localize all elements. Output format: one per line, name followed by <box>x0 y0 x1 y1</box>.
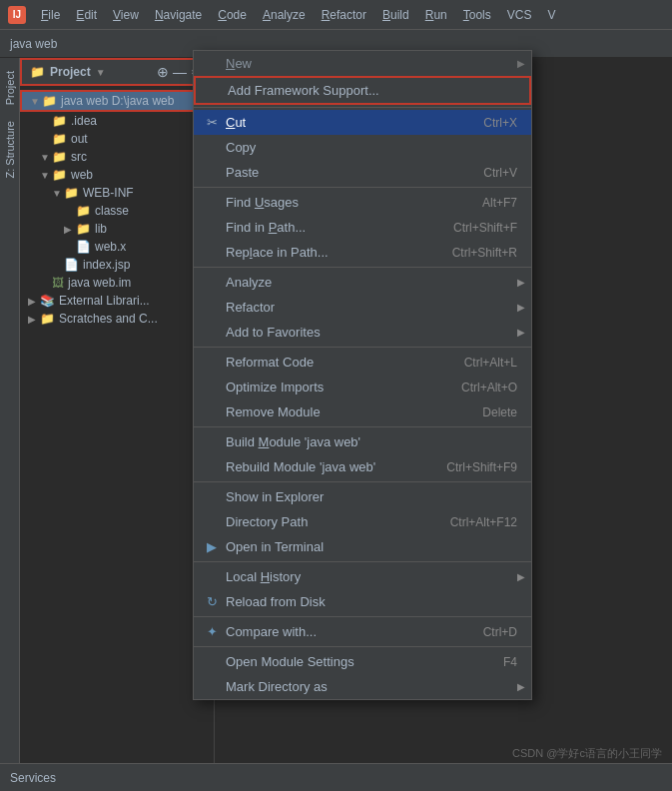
ctx-label: Reformat Code <box>226 355 314 370</box>
ctx-item-terminal[interactable]: ▶ Open in Terminal <box>194 534 531 559</box>
services-label[interactable]: Services <box>10 771 56 785</box>
ctx-item-left: Show in Explorer <box>204 489 324 504</box>
ctx-item-module-settings[interactable]: Open Module Settings F4 <box>194 649 531 674</box>
ctx-item-analyze[interactable]: Analyze <box>194 270 531 295</box>
minus-icon[interactable]: — <box>173 64 187 80</box>
ctx-item-cut[interactable]: ✂ Cut Ctrl+X <box>194 110 531 135</box>
ctx-item-new[interactable]: New <box>194 51 531 76</box>
ctx-item-replace-path[interactable]: Replace in Path... Ctrl+Shift+R <box>194 240 531 265</box>
sync-icon[interactable]: ⊕ <box>157 64 169 80</box>
folder-icon: 📁 <box>52 114 67 128</box>
ctx-item-left: ✂ Cut <box>204 115 246 130</box>
sidebar-tab-structure[interactable]: Z: Structure <box>2 113 18 186</box>
ctx-item-left: New <box>204 56 252 71</box>
ctx-label: Directory Path <box>226 514 308 529</box>
ctx-separator-6 <box>194 481 531 482</box>
ctx-item-refactor[interactable]: Refactor <box>194 295 531 320</box>
tree-item-webinf[interactable]: ▼ 📁 WEB-INF <box>20 184 214 202</box>
tree-item-root[interactable]: ▼ 📁 java web D:\java web <box>20 90 214 112</box>
ctx-shortcut: Ctrl+Alt+L <box>464 356 517 370</box>
ctx-item-left: Add to Favorites <box>204 325 321 340</box>
ctx-item-build-module[interactable]: Build Module 'java web' <box>194 429 531 454</box>
ctx-item-reload[interactable]: ↻ Reload from Disk <box>194 589 531 614</box>
left-sidebar-tabs: Project Z: Structure <box>0 58 20 763</box>
menu-navigate[interactable]: Navigate <box>148 5 209 25</box>
menu-analyze[interactable]: Analyze <box>256 5 313 25</box>
ctx-label: Build Module 'java web' <box>226 434 360 449</box>
menu-file[interactable]: File <box>34 5 67 25</box>
ctx-item-find-path[interactable]: Find in Path... Ctrl+Shift+F <box>194 215 531 240</box>
tree-item-indexjsp[interactable]: 📄 index.jsp <box>20 256 214 274</box>
ctx-item-left: Replace in Path... <box>204 245 329 260</box>
tree-item-out[interactable]: 📁 out <box>20 130 214 148</box>
reload-icon: ↻ <box>204 594 220 609</box>
ctx-item-rebuild-module[interactable]: Rebuild Module 'java web' Ctrl+Shift+F9 <box>194 454 531 479</box>
context-menu: New Add Framework Support... ✂ Cut Ctrl+… <box>193 50 532 700</box>
ctx-item-left: Mark Directory as <box>204 679 328 694</box>
ctx-item-compare[interactable]: ✦ Compare with... Ctrl+D <box>194 619 531 644</box>
ctx-item-remove-module[interactable]: Remove Module Delete <box>194 399 531 424</box>
ctx-item-show-explorer[interactable]: Show in Explorer <box>194 484 531 509</box>
xml-icon: 📄 <box>76 240 91 254</box>
cut-icon: ✂ <box>204 115 220 130</box>
tree-label: src <box>71 150 87 164</box>
ctx-item-mark-dir[interactable]: Mark Directory as <box>194 674 531 699</box>
tree-item-extlibs[interactable]: ▶ 📚 External Librari... <box>20 292 214 310</box>
menu-build[interactable]: Build <box>375 5 416 25</box>
tree-item-webxml[interactable]: 📄 web.x <box>20 238 214 256</box>
menu-v[interactable]: V <box>540 5 562 25</box>
ctx-item-local-history[interactable]: Local History <box>194 564 531 589</box>
ctx-item-left: Find Usages <box>204 195 299 210</box>
ctx-label: Find Usages <box>226 195 299 210</box>
ctx-item-paste[interactable]: Paste Ctrl+V <box>194 160 531 185</box>
tree-item-img[interactable]: 🖼 java web.im <box>20 274 214 292</box>
ctx-label: Cut <box>226 115 246 130</box>
ctx-separator-5 <box>194 426 531 427</box>
ctx-label: Reload from Disk <box>226 594 326 609</box>
ctx-item-copy[interactable]: Copy <box>194 135 531 160</box>
tree-arrow: ▼ <box>52 188 64 199</box>
ctx-item-add-framework[interactable]: Add Framework Support... <box>194 76 531 105</box>
ctx-item-dir-path[interactable]: Directory Path Ctrl+Alt+F12 <box>194 509 531 534</box>
menu-vcs[interactable]: VCS <box>500 5 539 25</box>
ctx-item-find-usages[interactable]: Find Usages Alt+F7 <box>194 190 531 215</box>
tree-arrow: ▼ <box>30 96 42 107</box>
ctx-item-reformat[interactable]: Reformat Code Ctrl+Alt+L <box>194 350 531 375</box>
ctx-label: Optimize Imports <box>226 380 324 395</box>
ctx-item-left: Find in Path... <box>204 220 306 235</box>
menu-tools[interactable]: Tools <box>456 5 498 25</box>
ctx-separator-8 <box>194 616 531 617</box>
tree-item-idea[interactable]: 📁 .idea <box>20 112 214 130</box>
menu-refactor[interactable]: Refactor <box>315 5 373 25</box>
ctx-item-left: Build Module 'java web' <box>204 434 360 449</box>
ctx-label: Local History <box>226 569 301 584</box>
folder-icon: 📁 <box>64 186 79 200</box>
tree-item-classes[interactable]: 📁 classe <box>20 202 214 220</box>
panel-header-title: 📁 Project ▼ <box>30 65 106 79</box>
ctx-shortcut: Ctrl+Alt+F12 <box>450 515 517 529</box>
ctx-label: Add to Favorites <box>226 325 321 340</box>
folder-icon: 📁 <box>42 94 57 108</box>
tree-arrow: ▶ <box>28 296 40 307</box>
ctx-item-left: Optimize Imports <box>204 380 324 395</box>
tree-label: web.x <box>95 240 126 254</box>
ctx-label: Analyze <box>226 275 272 290</box>
tree-item-src[interactable]: ▼ 📁 src <box>20 148 214 166</box>
tree-arrow: ▶ <box>64 224 76 235</box>
tree-item-lib[interactable]: ▶ 📁 lib <box>20 220 214 238</box>
menu-view[interactable]: View <box>106 5 146 25</box>
title-bar: IJ File Edit View Navigate Code Analyze … <box>0 0 672 30</box>
dropdown-arrow-icon[interactable]: ▼ <box>96 67 106 78</box>
sidebar-tab-project[interactable]: Project <box>2 63 18 113</box>
ctx-item-optimize[interactable]: Optimize Imports Ctrl+Alt+O <box>194 375 531 399</box>
ctx-label: Replace in Path... <box>226 245 329 260</box>
menu-run[interactable]: Run <box>418 5 454 25</box>
ctx-item-add-favorites[interactable]: Add to Favorites <box>194 320 531 345</box>
menu-code[interactable]: Code <box>211 5 254 25</box>
ctx-shortcut: Delete <box>482 405 517 419</box>
tree-item-web[interactable]: ▼ 📁 web <box>20 166 214 184</box>
tree-label: classe <box>95 204 129 218</box>
tree-item-scratches[interactable]: ▶ 📁 Scratches and C... <box>20 310 214 328</box>
menu-edit[interactable]: Edit <box>69 5 104 25</box>
tree-label: WEB-INF <box>83 186 134 200</box>
